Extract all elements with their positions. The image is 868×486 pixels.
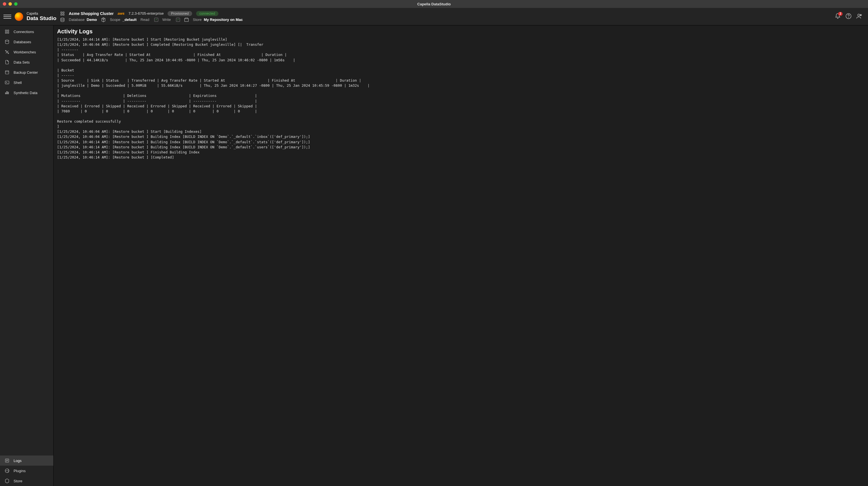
scope-label: Scope <box>110 18 120 22</box>
write-label: Write <box>162 18 170 22</box>
svg-point-14 <box>5 40 9 41</box>
window-titlebar: Capella DataStudio <box>0 0 868 8</box>
sidebar-item-backup-center[interactable]: Backup Center <box>0 67 53 78</box>
svg-rect-17 <box>5 71 9 74</box>
sidebar-item-label: Logs <box>13 459 22 463</box>
window-title: Capella DataStudio <box>417 2 451 6</box>
svg-point-8 <box>858 14 860 16</box>
synthetic-data-icon <box>4 90 10 95</box>
svg-rect-1 <box>63 12 64 13</box>
notifications-button[interactable]: 2 <box>835 13 841 20</box>
store-nav-icon <box>4 478 10 483</box>
svg-point-4 <box>61 18 64 19</box>
sidebar-item-label: Databases <box>13 40 31 44</box>
logs-icon <box>4 458 10 463</box>
menu-toggle-button[interactable] <box>3 13 11 21</box>
connections-icon <box>4 29 10 34</box>
store-icon <box>184 17 189 22</box>
shell-icon <box>4 80 10 85</box>
scope-icon <box>101 17 106 22</box>
plugins-icon <box>4 468 10 473</box>
main-content: Activity Logs [1/25/2024, 10:44:14 AM]: … <box>54 25 868 486</box>
sidebar-item-label: Store <box>13 479 22 483</box>
sidebar-item-plugins[interactable]: Plugins <box>0 466 53 476</box>
app-header: Capella Data Studio Acme Shopping Cluste… <box>0 8 868 25</box>
cluster-icon <box>60 11 65 16</box>
sidebar-item-label: Data Sets <box>13 60 30 64</box>
account-button[interactable] <box>856 13 862 20</box>
server-version: 7.2.3-6705-enterprise <box>129 11 164 16</box>
workbenches-icon <box>4 50 10 55</box>
svg-rect-11 <box>8 30 9 31</box>
svg-rect-13 <box>8 32 9 34</box>
app-brand: Capella Data Studio <box>27 12 57 21</box>
sidebar-item-label: Workbenches <box>13 50 36 54</box>
read-checkbox[interactable]: ✓ <box>154 18 158 22</box>
data-sets-icon <box>4 60 10 65</box>
sidebar-item-logs[interactable]: Logs <box>0 455 53 466</box>
database-value[interactable]: Demo <box>87 18 97 22</box>
cluster-name[interactable]: Acme Shopping Cluster <box>69 11 114 16</box>
svg-rect-12 <box>5 32 7 34</box>
svg-point-7 <box>848 17 849 18</box>
svg-rect-10 <box>5 30 7 31</box>
sidebar-item-data-sets[interactable]: Data Sets <box>0 57 53 67</box>
sidebar-item-workbenches[interactable]: Workbenches <box>0 47 53 57</box>
window-maximize-button[interactable] <box>14 2 18 6</box>
sidebar-item-label: Shell <box>13 81 22 85</box>
scope-value[interactable]: _default <box>122 18 136 22</box>
sidebar-item-databases[interactable]: Databases <box>0 37 53 47</box>
backup-icon <box>4 70 10 75</box>
store-label: Store <box>193 18 202 22</box>
sidebar-item-synthetic-data[interactable]: Synthetic Data <box>0 88 53 98</box>
notifications-badge: 2 <box>838 12 843 16</box>
sidebar-item-shell[interactable]: Shell <box>0 78 53 88</box>
brand-bottom: Data Studio <box>27 16 57 21</box>
window-minimize-button[interactable] <box>8 2 12 6</box>
database-icon <box>60 17 65 22</box>
svg-rect-18 <box>5 81 9 84</box>
sidebar: Connections Databases Workbenches Data S… <box>0 25 54 486</box>
databases-icon <box>4 39 10 44</box>
svg-rect-0 <box>61 12 62 13</box>
svg-rect-5 <box>185 19 188 22</box>
sidebar-item-connections[interactable]: Connections <box>0 27 53 37</box>
activity-log-output[interactable]: [1/25/2024, 10:44:14 AM]: [Restore bucke… <box>57 37 865 160</box>
sidebar-item-label: Synthetic Data <box>13 91 38 95</box>
sidebar-item-store[interactable]: Store <box>0 476 53 486</box>
svg-rect-3 <box>63 14 64 15</box>
sidebar-item-label: Connections <box>13 30 34 34</box>
database-label: Database <box>69 18 85 22</box>
store-value[interactable]: My Repository on Mac <box>204 18 243 22</box>
write-checkbox[interactable]: ✓ <box>176 18 180 22</box>
connection-status-badge: connected <box>196 11 218 16</box>
provision-status-badge: Provisioned <box>167 11 192 16</box>
read-label: Read <box>141 18 149 22</box>
brand-top: Capella <box>27 12 57 16</box>
page-title: Activity Logs <box>57 28 865 35</box>
sidebar-item-label: Backup Center <box>13 70 38 74</box>
app-logo-icon <box>15 12 23 21</box>
sidebar-item-label: Plugins <box>13 469 26 473</box>
window-close-button[interactable] <box>3 2 6 6</box>
cloud-provider: aws <box>118 11 125 16</box>
help-button[interactable] <box>845 13 851 20</box>
svg-rect-2 <box>61 14 62 15</box>
